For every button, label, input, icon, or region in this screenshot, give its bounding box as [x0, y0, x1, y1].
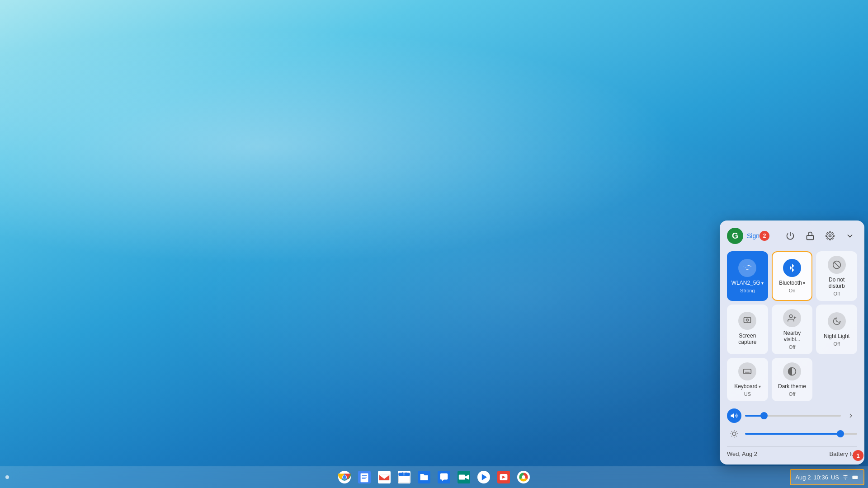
photos-app-icon[interactable]	[514, 468, 533, 486]
svg-line-21	[731, 431, 732, 432]
keyboard-icon	[738, 362, 756, 380]
svg-point-6	[789, 315, 793, 318]
chat-app-icon[interactable]	[435, 468, 453, 486]
dark-theme-tile[interactable]: Dark theme Off	[772, 358, 813, 401]
svg-marker-17	[731, 413, 734, 418]
svg-point-1	[829, 235, 831, 237]
night-light-label: Night Light	[824, 333, 849, 339]
power-button[interactable]	[783, 229, 797, 243]
brightness-thumb[interactable]	[837, 430, 844, 437]
brightness-icon[interactable]	[727, 427, 741, 441]
expand-button[interactable]	[843, 229, 857, 243]
quick-settings-header: G Sign 2	[727, 228, 857, 244]
night-light-icon	[828, 312, 846, 330]
wifi-icon	[738, 259, 756, 277]
dark-theme-label: Dark theme	[778, 383, 806, 389]
launcher-button[interactable]	[5, 475, 9, 479]
do-not-disturb-tile[interactable]: Do not disturb Off	[816, 251, 857, 301]
nearby-share-tile[interactable]: Nearby visibi... Off	[772, 305, 813, 354]
wifi-arrow: ▾	[761, 281, 764, 286]
nearby-share-icon	[783, 309, 801, 327]
bluetooth-icon	[783, 259, 801, 277]
taskbar-left	[4, 475, 11, 479]
taskbar-right: Aug 2 10:36 US	[790, 469, 864, 485]
footer-date: Wed, Aug 2	[727, 450, 757, 457]
keyboard-arrow: ▾	[759, 384, 761, 389]
settings-button[interactable]	[823, 229, 837, 243]
taskbar: 31	[0, 466, 868, 488]
screen-capture-label: Screen capture	[731, 333, 764, 345]
nearby-share-status: Off	[789, 344, 795, 350]
svg-text:31: 31	[403, 474, 406, 476]
dark-theme-icon	[783, 362, 801, 380]
lock-button[interactable]	[803, 229, 817, 243]
calendar-app-icon[interactable]: 31	[395, 468, 413, 486]
docs-app-icon[interactable]	[355, 468, 373, 486]
bluetooth-tile[interactable]: Bluetooth ▾ On	[772, 251, 813, 301]
svg-rect-47	[459, 474, 465, 479]
volume-row	[727, 408, 857, 423]
svg-rect-35	[362, 479, 365, 479]
keyboard-label: Keyboard	[734, 383, 757, 389]
screen-capture-icon	[738, 312, 756, 330]
svg-line-3	[834, 262, 840, 267]
sign-text: Sign	[747, 232, 760, 239]
volume-expand-arrow[interactable]	[844, 409, 857, 422]
wifi-tray-icon	[842, 474, 849, 481]
svg-line-25	[731, 436, 732, 436]
chrome-app-icon[interactable]	[335, 468, 354, 486]
svg-rect-33	[362, 475, 367, 476]
sign-in-button[interactable]: Sign 2	[747, 231, 769, 241]
quick-settings-panel: G Sign 2	[720, 221, 864, 465]
youtube-app-icon[interactable]	[495, 468, 513, 486]
svg-line-26	[736, 431, 737, 432]
brightness-track[interactable]	[745, 433, 857, 435]
wifi-status: Strong	[740, 288, 755, 293]
volume-track[interactable]	[745, 415, 841, 417]
battery-tray-icon	[852, 474, 859, 481]
night-light-status: Off	[833, 341, 840, 347]
svg-rect-4	[744, 318, 751, 323]
bluetooth-arrow: ▾	[803, 281, 805, 286]
play-app-icon[interactable]	[475, 468, 493, 486]
volume-icon[interactable]	[727, 408, 741, 423]
user-avatar[interactable]: G	[727, 228, 743, 244]
gmail-app-icon[interactable]	[375, 468, 393, 486]
tray-notification-badge: 1	[853, 450, 863, 461]
svg-line-22	[736, 436, 737, 436]
wifi-tile[interactable]: WLAN2_5G ▾ Strong	[727, 251, 768, 301]
svg-rect-34	[362, 477, 367, 477]
nearby-share-label: Nearby visibi...	[775, 330, 809, 343]
svg-point-5	[746, 319, 749, 321]
meet-app-icon[interactable]	[455, 468, 473, 486]
keyboard-tile[interactable]: Keyboard ▾ US	[727, 358, 768, 401]
wifi-label: WLAN2_5G	[731, 280, 760, 286]
volume-thumb[interactable]	[760, 412, 768, 419]
sliders-section	[727, 408, 857, 441]
taskbar-apps: 31	[335, 468, 533, 486]
svg-rect-32	[361, 474, 368, 483]
notification-count-badge: 2	[760, 231, 769, 241]
dnd-label: Do not disturb	[820, 277, 854, 289]
do-not-disturb-icon	[828, 256, 846, 274]
files-app-icon[interactable]	[415, 468, 433, 486]
svg-point-54	[845, 479, 845, 480]
system-tray[interactable]: Aug 2 10:36 US	[790, 469, 864, 485]
svg-rect-10	[744, 369, 751, 374]
tray-time: 10:36	[813, 474, 828, 481]
screen-capture-tile[interactable]: Screen capture	[727, 305, 768, 354]
keyboard-status: US	[744, 391, 751, 397]
svg-point-53	[522, 475, 525, 479]
tray-date: Aug 2	[795, 474, 811, 481]
brightness-row	[727, 427, 857, 441]
header-action-icons	[783, 229, 857, 243]
svg-point-18	[732, 432, 736, 436]
quick-settings-footer: Wed, Aug 2 Battery full	[727, 446, 857, 457]
dark-theme-status: Off	[789, 391, 795, 397]
night-light-tile[interactable]: Night Light Off	[816, 305, 857, 354]
dnd-status: Off	[833, 291, 840, 296]
svg-point-30	[343, 475, 346, 479]
brightness-fill	[745, 433, 840, 435]
tray-locale: US	[831, 474, 839, 481]
bluetooth-label: Bluetooth	[779, 280, 802, 286]
